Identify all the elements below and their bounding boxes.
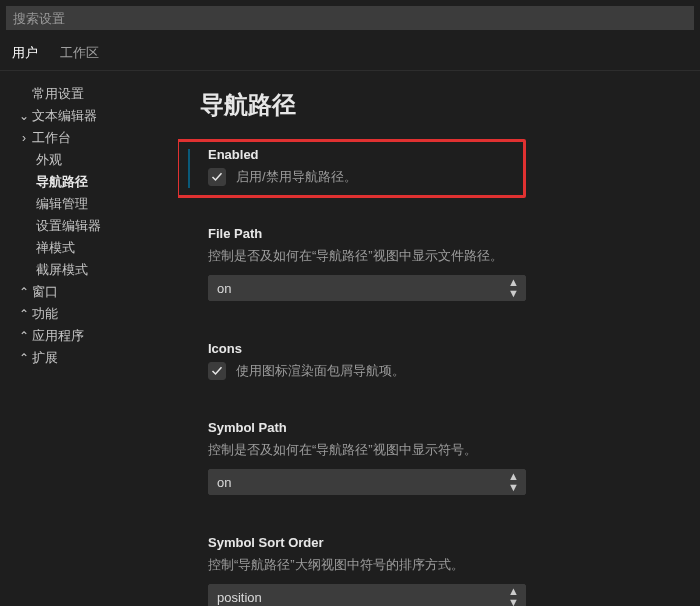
chevron-up-icon: ⌃ [16,351,32,365]
setting-description: 控制是否及如何在“导航路径”视图中显示符号。 [208,441,664,459]
sidebar-item-appearance[interactable]: 外观 [0,149,178,171]
sidebar-item-label: 应用程序 [32,327,84,345]
setting-description: 控制“导航路径”大纲视图中符号的排序方式。 [208,556,664,574]
sidebar-item-features[interactable]: ⌃ 功能 [0,303,178,325]
checkbox-enabled[interactable] [208,168,226,186]
chevron-up-icon: ⌃ [16,285,32,299]
settings-content[interactable]: 导航路径 Enabled 启用/禁用导航路径。 File Path 控制是否及如… [178,71,700,606]
chevron-right-icon: › [16,131,32,145]
setting-enabled: Enabled 启用/禁用导航路径。 [200,139,672,196]
select-value: on [217,475,231,490]
setting-description: 启用/禁用导航路径。 [236,168,357,186]
tab-workspace[interactable]: 工作区 [60,40,99,71]
settings-tree: 常用设置 ⌄ 文本编辑器 › 工作台 外观 导航路径 编辑管理 设置编辑器 禅模… [0,71,178,606]
sidebar-item-screencast-mode[interactable]: 截屏模式 [0,259,178,281]
sidebar-item-label: 设置编辑器 [36,217,101,235]
modified-indicator [188,149,190,188]
setting-control-row: 使用图标渲染面包屑导航项。 [208,362,664,380]
setting-description: 使用图标渲染面包屑导航项。 [236,362,405,380]
setting-title: Icons [208,341,664,356]
tab-user[interactable]: 用户 [12,40,38,71]
sidebar-item-label: 导航路径 [36,173,88,191]
settings-search-input[interactable] [6,6,694,30]
sidebar-item-label: 扩展 [32,349,58,367]
chevron-up-icon: ⌃ [16,329,32,343]
sidebar-item-label: 常用设置 [32,85,84,103]
sidebar-item-label: 编辑管理 [36,195,88,213]
check-icon [211,171,223,183]
sidebar-item-editor-management[interactable]: 编辑管理 [0,193,178,215]
sidebar-item-common[interactable]: 常用设置 [0,83,178,105]
select-symbol-path[interactable]: on ▲▼ [208,469,526,495]
sidebar-item-label: 外观 [36,151,62,169]
page-title: 导航路径 [200,89,672,121]
sidebar-item-zen-mode[interactable]: 禅模式 [0,237,178,259]
setting-title: File Path [208,226,664,241]
sidebar-item-window[interactable]: ⌃ 窗口 [0,281,178,303]
select-value: position [217,590,262,605]
chevron-down-icon: ⌄ [16,109,32,123]
sidebar-item-label: 功能 [32,305,58,323]
sidebar-item-breadcrumbs[interactable]: 导航路径 [0,171,178,193]
select-symbol-sort[interactable]: position ▲▼ [208,584,526,606]
sidebar-item-workbench[interactable]: › 工作台 [0,127,178,149]
setting-file-path: File Path 控制是否及如何在“导航路径”视图中显示文件路径。 on ▲▼ [200,218,672,311]
sidebar-item-application[interactable]: ⌃ 应用程序 [0,325,178,347]
setting-title: Symbol Path [208,420,664,435]
sidebar-item-label: 禅模式 [36,239,75,257]
setting-title: Symbol Sort Order [208,535,664,550]
setting-title: Enabled [208,147,664,162]
setting-control-row: 启用/禁用导航路径。 [208,168,664,186]
check-icon [211,365,223,377]
setting-description: 控制是否及如何在“导航路径”视图中显示文件路径。 [208,247,664,265]
settings-search-wrap [0,0,700,30]
select-value: on [217,281,231,296]
tabs-underline [0,70,700,71]
setting-symbol-path: Symbol Path 控制是否及如何在“导航路径”视图中显示符号。 on ▲▼ [200,412,672,505]
sidebar-item-label: 文本编辑器 [32,107,97,125]
sidebar-item-label: 工作台 [32,129,71,147]
chevron-up-icon: ⌃ [16,307,32,321]
settings-body: 常用设置 ⌄ 文本编辑器 › 工作台 外观 导航路径 编辑管理 设置编辑器 禅模… [0,71,700,606]
sidebar-item-extensions[interactable]: ⌃ 扩展 [0,347,178,369]
select-file-path[interactable]: on ▲▼ [208,275,526,301]
checkbox-icons[interactable] [208,362,226,380]
select-caret-icon: ▲▼ [508,277,519,299]
select-caret-icon: ▲▼ [508,471,519,493]
setting-symbol-sort: Symbol Sort Order 控制“导航路径”大纲视图中符号的排序方式。 … [200,527,672,606]
setting-icons: Icons 使用图标渲染面包屑导航项。 [200,333,672,390]
sidebar-item-settings-editor[interactable]: 设置编辑器 [0,215,178,237]
sidebar-item-texteditor[interactable]: ⌄ 文本编辑器 [0,105,178,127]
settings-scope-tabs: 用户 工作区 [0,30,700,71]
sidebar-item-label: 截屏模式 [36,261,88,279]
sidebar-item-label: 窗口 [32,283,58,301]
select-caret-icon: ▲▼ [508,586,519,606]
